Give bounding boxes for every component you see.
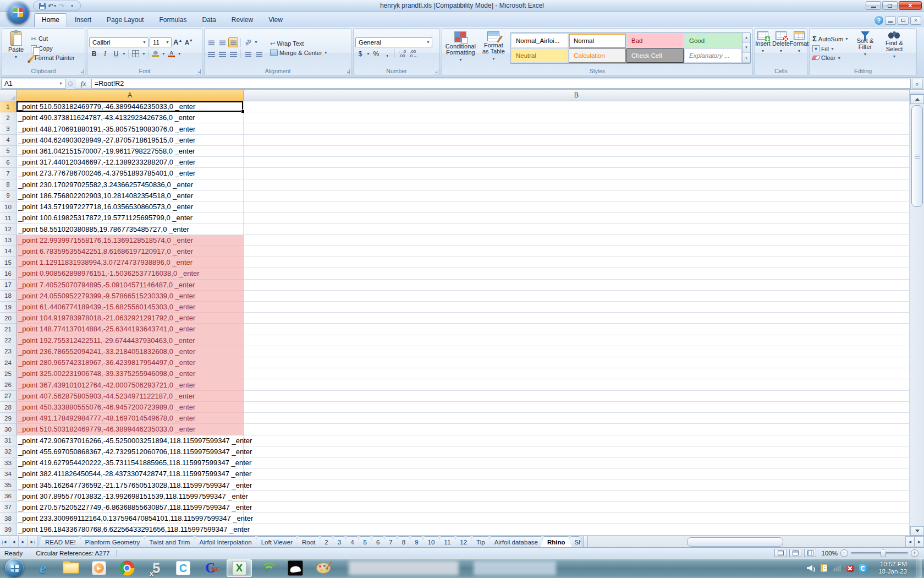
bold-button[interactable]: B xyxy=(89,49,99,59)
page-break-view-button[interactable] xyxy=(804,549,816,557)
cell-column-a[interactable]: _point 148.774137014884,-25.634419364374… xyxy=(16,324,244,335)
cell-column-b[interactable] xyxy=(244,246,910,257)
cell-column-b[interactable] xyxy=(244,479,910,490)
align-middle-button[interactable] xyxy=(217,37,227,47)
cell-column-a[interactable]: _point 236.786552094241,-33.218405183260… xyxy=(16,346,244,357)
cell-column-b[interactable] xyxy=(244,146,910,157)
next-sheet-button[interactable]: ► xyxy=(19,536,28,547)
cell-column-b[interactable] xyxy=(244,179,910,190)
taskbar-mastercam-x5-button[interactable]: 5 x xyxy=(142,559,168,577)
taskbar-paint-button[interactable] xyxy=(311,559,336,577)
accounting-format-button[interactable]: $ xyxy=(355,49,365,59)
merge-center-button[interactable]: Merge & Center▼ xyxy=(269,49,329,57)
row-header[interactable]: 2 xyxy=(0,112,16,123)
row-header[interactable]: 21 xyxy=(0,324,16,335)
cell-column-b[interactable] xyxy=(244,157,910,168)
taskbar-excel-button[interactable]: X xyxy=(227,559,252,577)
show-desktop-button[interactable] xyxy=(916,558,922,578)
cell-column-a[interactable]: _point 104.919783978018,-21.063292129179… xyxy=(16,313,244,324)
cell-column-a[interactable]: _point 280.965742318967,-36.423981795449… xyxy=(16,357,244,368)
network-signal-icon[interactable] xyxy=(833,565,841,571)
row-header[interactable]: 22 xyxy=(0,335,16,346)
ribbon-tab-data[interactable]: Data xyxy=(194,13,223,27)
first-sheet-button[interactable]: |◄ xyxy=(0,536,9,547)
row-header[interactable]: 30 xyxy=(0,424,16,435)
row-header[interactable]: 7 xyxy=(0,168,16,179)
workbook-close-button[interactable]: × xyxy=(910,17,921,25)
cell-column-a[interactable]: _point 100.619825317872,19.5771125695799… xyxy=(16,212,244,223)
style-chip[interactable]: Calculation xyxy=(569,48,626,63)
cell-column-b[interactable] xyxy=(244,468,910,479)
row-header[interactable]: 27 xyxy=(0,391,16,402)
cell-column-b[interactable] xyxy=(244,135,910,146)
increase-decimal-button[interactable]: ←.0 .00 xyxy=(397,49,407,59)
style-chip[interactable]: Bad xyxy=(626,34,684,48)
qat-customize-button[interactable]: ▾ xyxy=(68,2,76,10)
sheet-tab-rhino[interactable]: Rhino xyxy=(541,536,572,547)
row-header[interactable]: 24 xyxy=(0,357,16,368)
insert-function-button[interactable]: fx xyxy=(75,79,91,89)
cell-column-b[interactable] xyxy=(244,223,910,235)
cell-column-b[interactable] xyxy=(244,123,910,134)
cell-column-a[interactable]: _point 448.170691880191,-35.805751908307… xyxy=(16,123,244,134)
save-button[interactable] xyxy=(38,2,46,10)
sheet-tab-planform-geometry[interactable]: Planform Geometry xyxy=(79,536,147,547)
taskbar-internet-explorer-button[interactable]: e xyxy=(30,559,56,577)
align-center-button[interactable] xyxy=(217,49,227,59)
cell-column-a[interactable]: _point 450.333880555076,-46.945720072398… xyxy=(16,402,244,413)
cell-column-a[interactable]: _point 455.697050868367,-42.732951206070… xyxy=(16,446,244,457)
cell-column-b[interactable] xyxy=(244,212,910,223)
cell-column-a[interactable]: _point 490.373811624787,-43.413292342673… xyxy=(16,112,244,123)
autosum-button[interactable]: ΣAutoSum▼ xyxy=(811,34,850,43)
cell-column-b[interactable] xyxy=(244,413,910,424)
cell-column-a[interactable]: _point 58.551020380885,19.7867735485727,… xyxy=(16,223,244,235)
cell-column-b[interactable] xyxy=(244,513,910,524)
split-handle[interactable] xyxy=(910,90,924,95)
row-header[interactable]: 23 xyxy=(0,346,16,357)
cell-column-b[interactable] xyxy=(244,457,910,468)
formula-input[interactable]: =Root!R2 xyxy=(91,79,911,89)
format-cells-button[interactable]: Format▼ xyxy=(791,30,807,66)
find-select-button[interactable]: Find & Select▼ xyxy=(881,30,908,66)
scroll-down-button[interactable] xyxy=(910,526,924,536)
zoom-level[interactable]: 100% xyxy=(819,550,838,557)
undo-button[interactable]: ↶▾ xyxy=(48,2,56,10)
cell-column-a[interactable]: _point 270.575205227749,-6.8636885563085… xyxy=(16,502,244,513)
cell-column-b[interactable] xyxy=(244,491,910,502)
previous-sheet-button[interactable]: ◄ xyxy=(9,536,19,547)
ribbon-tab-insert[interactable]: Insert xyxy=(67,13,99,27)
row-header[interactable]: 28 xyxy=(0,402,16,413)
sheet-tab-airfoil-interpolation[interactable]: Airfoil Interpolation xyxy=(193,536,258,547)
decrease-decimal-button[interactable]: .00 .0→ xyxy=(408,49,418,59)
name-box[interactable]: A1▼ xyxy=(1,79,66,89)
style-chip[interactable]: Check Cell xyxy=(626,48,684,63)
taskbar-cnc-button[interactable]: C NC xyxy=(199,559,224,577)
cell-column-b[interactable] xyxy=(244,524,910,535)
taskbar-windows-explorer-button[interactable] xyxy=(58,559,84,577)
styles-more-icon[interactable]: ≡ xyxy=(743,53,750,63)
row-header[interactable]: 8 xyxy=(0,179,16,190)
copy-button[interactable]: Copy xyxy=(30,45,76,53)
cell-column-a[interactable]: _point 143.571997227718,16.0356530860573… xyxy=(16,201,244,212)
grow-font-button[interactable]: A▲ xyxy=(173,37,183,47)
cell-column-a[interactable]: _point 6.78359535542251,8.61686197120917… xyxy=(16,246,244,257)
cell-column-a[interactable]: _point 404.624903028949,-27.870571861951… xyxy=(16,135,244,146)
close-button[interactable]: × xyxy=(899,1,922,10)
row-header[interactable]: 12 xyxy=(0,223,16,235)
fill-color-button[interactable] xyxy=(151,49,161,59)
cell-column-b[interactable] xyxy=(244,435,910,446)
taskbar-clock[interactable]: 10:57 PM 18-Jan-23 xyxy=(873,561,907,576)
cell-column-b[interactable] xyxy=(244,368,910,379)
cell-column-a[interactable]: _point 1.12911831938994,3.07274737938896… xyxy=(16,257,244,268)
taskbar-media-player-button[interactable]: ▶ xyxy=(86,559,112,577)
help-icon[interactable]: ? xyxy=(875,16,883,25)
cell-column-a[interactable]: _point 472.906737016266,-45.525000325189… xyxy=(16,435,244,446)
comma-style-button[interactable]: , xyxy=(382,49,392,59)
redo-button[interactable]: ↷ xyxy=(58,2,66,10)
cell-column-a[interactable]: _point 325.002231906748,-39.337525594609… xyxy=(16,368,244,379)
name-box-resize-handle[interactable] xyxy=(66,81,75,86)
taskbar-rhinoceros-button[interactable] xyxy=(283,559,308,577)
scroll-right-button[interactable]: ► xyxy=(915,536,924,547)
fill-button[interactable]: ▼Fill▼ xyxy=(811,45,850,53)
volume-icon[interactable] xyxy=(807,565,815,572)
